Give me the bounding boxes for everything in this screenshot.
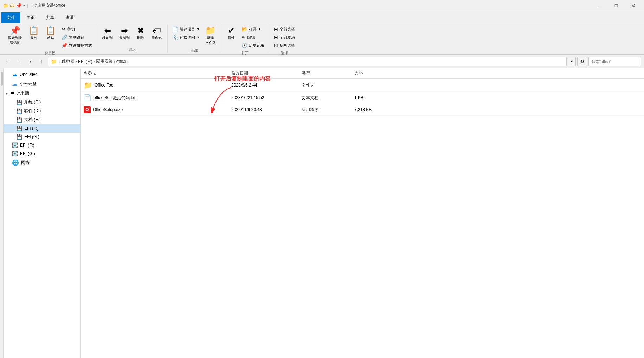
history-label: 历史记录 <box>249 43 264 48</box>
close-button[interactable]: ✕ <box>625 0 641 11</box>
easy-access-button[interactable]: 📎 轻松访问 ▼ <box>170 33 201 41</box>
properties-button[interactable]: ✔ 属性 <box>224 25 238 41</box>
efif-icon: 💾 <box>16 126 22 131</box>
delete-icon: ✖ <box>137 26 144 35</box>
ribbon-group-select: ⊞ 全部选择 ⊟ 全部取消 ⊠ 反向选择 选择 <box>269 25 300 53</box>
file-type: 文本文档 <box>302 95 318 101</box>
cut-button[interactable]: ✂ 剪切 <box>60 25 94 33</box>
move-icon: ⬅ <box>104 26 111 35</box>
col-header-size[interactable]: 大小 <box>352 70 394 77</box>
copy-to-label: 复制到 <box>119 36 130 40</box>
sidebar-item-doce[interactable]: 💾 文档 (E:) <box>4 115 80 124</box>
col-header-modified[interactable]: 修改日期 <box>228 70 299 77</box>
properties-label: 属性 <box>228 36 235 40</box>
sidebar-item-softd[interactable]: 💾 软件 (D:) <box>4 107 80 115</box>
ribbon-group-clipboard: 📌 固定到快 速访问 📋 复制 📋 粘贴 ✂ 剪切 🔗 <box>3 25 97 53</box>
sidebar-item-efig[interactable]: 💾 EFI (G:) <box>4 133 80 141</box>
sidebar-item-network[interactable]: 🌐 网络 <box>4 158 80 167</box>
breadcrumb-icon: 📁 <box>51 59 57 64</box>
sidebar-item-systemc[interactable]: 💾 系统 (C:) <box>4 98 80 107</box>
easy-access-dropdown: ▼ <box>197 36 200 39</box>
quick-access-dropdown[interactable]: ▼ <box>22 4 26 7</box>
sidebar-item-efig2[interactable]: 💽 EFI (G:) <box>4 149 80 158</box>
select-all-button[interactable]: ⊞ 全部选择 <box>272 25 297 33</box>
breadcrumb-office[interactable]: office <box>116 59 126 64</box>
invert-icon: ⊠ <box>274 43 278 48</box>
title-path: F:\应用安装\office <box>32 2 591 8</box>
breadcrumb-appinstall[interactable]: 应用安装 <box>96 58 113 64</box>
pin-label: 固定到快 速访问 <box>8 36 22 45</box>
delete-button[interactable]: ✖ 删除 <box>134 25 148 41</box>
table-row[interactable]: 📁 Office Tool 2023/9/6 2:44 文件夹 <box>81 79 644 92</box>
breadcrumb-thispc[interactable]: 此电脑 <box>62 58 75 64</box>
tab-home[interactable]: 主页 <box>21 12 40 23</box>
clipboard-label: 剪贴板 <box>6 50 94 56</box>
maximize-button[interactable]: □ <box>608 0 624 11</box>
tab-file[interactable]: 文件 <box>1 12 20 23</box>
ribbon-group-open: ✔ 属性 📂 打开 ▼ ✏ 编辑 🕐 历史记录 打开 <box>221 25 269 53</box>
col-header-name[interactable]: 名称 ▲ <box>81 70 228 77</box>
paste-shortcut-label: 粘贴快捷方式 <box>69 43 92 48</box>
refresh-button[interactable]: ↻ <box>577 57 587 66</box>
copy-path-button[interactable]: 🔗 复制路径 <box>60 33 94 41</box>
title-separator: | <box>27 3 28 8</box>
sidebar-item-thispc[interactable]: ▸ 🖥 此电脑 <box>4 89 80 98</box>
rename-icon: 🏷 <box>153 26 161 35</box>
invert-button[interactable]: ⊠ 反向选择 <box>272 41 297 49</box>
tab-view[interactable]: 查看 <box>60 12 79 23</box>
recent-button[interactable]: ▾ <box>25 57 35 66</box>
col-header-type[interactable]: 类型 <box>299 70 352 77</box>
pin-icon: 📌 <box>10 26 20 35</box>
history-button[interactable]: 🕐 历史记录 <box>240 41 266 49</box>
forward-button[interactable]: → <box>14 57 24 66</box>
breadcrumb-efi[interactable]: EFI (F:) <box>78 59 92 64</box>
copy-path-label: 复制路径 <box>69 35 84 40</box>
open-label: 打开 <box>224 50 266 56</box>
new-item-button[interactable]: 📄 新建项目 ▼ <box>170 25 201 33</box>
up-button[interactable]: ↑ <box>37 57 46 66</box>
doce-label: 文档 (E:) <box>24 117 41 123</box>
copy-button[interactable]: 📋 复制 <box>26 25 41 41</box>
txt-icon: 📄 <box>84 94 91 102</box>
sidebar-scroll-thumb[interactable] <box>1 72 3 86</box>
efif2-icon: 💽 <box>12 142 18 148</box>
tab-share[interactable]: 共享 <box>41 12 60 23</box>
sidebar-item-efif2[interactable]: 💽 EFI (F:) <box>4 141 80 149</box>
open-button[interactable]: 📂 打开 ▼ <box>240 25 266 33</box>
onedrive-label: OneDrive <box>20 72 38 77</box>
table-row[interactable]: 📄 office 365 激活代码.txt 2023/10/21 15:52 文… <box>81 92 644 104</box>
paste-shortcut-button[interactable]: 📌 粘贴快捷方式 <box>60 41 94 49</box>
quick-access-icon1: 📁 <box>3 3 9 8</box>
edit-button[interactable]: ✏ 编辑 <box>240 33 266 41</box>
copy-to-button[interactable]: ➡ 复制到 <box>117 25 132 41</box>
main-area: ☁ OneDrive ☁ 小米云盘 ▸ 🖥 此电脑 💾 系统 (C:) 💾 软件… <box>0 68 644 358</box>
address-path[interactable]: 📁 › 此电脑 › EFI (F:) › 应用安装 › office › <box>48 57 567 66</box>
quick-access-icon3[interactable]: 📌 <box>16 3 22 8</box>
rename-button[interactable]: 🏷 重命名 <box>149 25 165 41</box>
move-button[interactable]: ⬅ 移动到 <box>100 25 115 41</box>
pin-button[interactable]: 📌 固定到快 速访问 <box>6 25 25 46</box>
systemc-icon: 💾 <box>16 100 22 105</box>
select-none-button[interactable]: ⊟ 全部取消 <box>272 33 297 41</box>
sidebar-item-xiaomi[interactable]: ☁ 小米云盘 <box>4 79 80 89</box>
new-folder-button[interactable]: 📁 新建 文件夹 <box>203 25 218 46</box>
sidebar-item-onedrive[interactable]: ☁ OneDrive <box>4 70 80 79</box>
file-size: 1 KB <box>354 95 363 100</box>
easy-access-icon: 📎 <box>172 34 178 40</box>
new-label: 新建 <box>170 47 218 53</box>
network-icon: 🌐 <box>12 159 19 166</box>
thispc-label: 此电脑 <box>17 90 29 96</box>
minimize-button[interactable]: — <box>591 0 607 11</box>
search-input[interactable] <box>588 57 641 66</box>
paste-button[interactable]: 📋 粘贴 <box>43 25 58 41</box>
table-row[interactable]: O OfficeSetup.exe 2022/11/9 23:43 应用程序 7… <box>81 104 644 116</box>
address-dropdown[interactable]: ▾ <box>568 57 576 66</box>
select-none-icon: ⊟ <box>274 34 278 40</box>
file-rows: 📁 Office Tool 2023/9/6 2:44 文件夹 📄 office… <box>81 79 644 358</box>
quick-access-icon2[interactable]: 🗂 <box>9 2 15 9</box>
back-button[interactable]: ← <box>3 57 13 66</box>
file-name: office 365 激活代码.txt <box>94 95 135 101</box>
sidebar-item-efif[interactable]: 💾 EFI (F:) <box>4 124 80 133</box>
file-name: OfficeSetup.exe <box>93 107 123 112</box>
copy-icon: 📋 <box>28 26 39 35</box>
